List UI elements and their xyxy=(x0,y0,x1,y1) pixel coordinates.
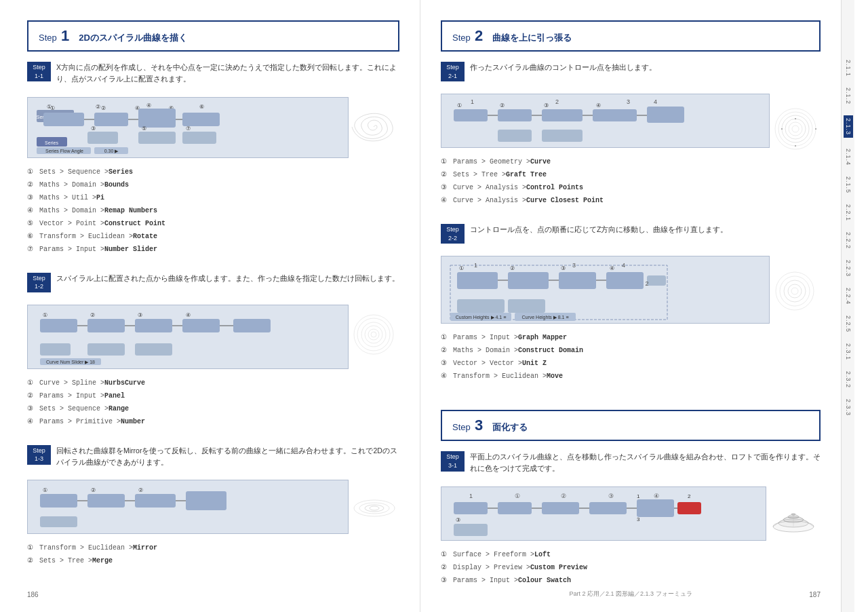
section-1-1-text: X方向に点の配列を作成し、それを中心点を一定に決めたうえで指定した数列で回転しま… xyxy=(56,62,399,85)
sidebar-item-221[interactable]: 2.2.1 xyxy=(845,204,852,221)
badge-2-1: Step2-1 xyxy=(441,62,465,81)
step2-subtitle: 曲線を上に引っ張る xyxy=(492,33,572,43)
step2-header: Step 2 曲線を上に引っ張る xyxy=(441,20,821,52)
section-1-3-text: 回転された曲線群をMirrorを使って反転し、反転する前の曲線と一緒に組み合わせ… xyxy=(56,445,399,468)
svg-text:②: ② xyxy=(561,493,566,499)
svg-rect-14 xyxy=(182,132,216,144)
svg-rect-33 xyxy=(233,319,271,332)
sidebar-item-232[interactable]: 2.3.2 xyxy=(845,371,852,388)
diagram-1-1-svg: Series Flow Attrib Series ① ② ④ ⑥ xyxy=(33,103,342,157)
section-1-1-intro: Step1-1 X方向に点の配列を作成し、それを中心点を一定に決めたうえで指定し… xyxy=(27,62,399,85)
svg-text:Custom Heights ▶ 4.1 ≡: Custom Heights ▶ 4.1 ≡ xyxy=(456,315,506,320)
svg-point-124 xyxy=(791,288,798,294)
section-1-1: Step1-1 X方向に点の配列を作成し、それを中心点を一定に決めたうえで指定し… xyxy=(27,62,399,259)
svg-point-90 xyxy=(785,119,806,139)
sidebar-item-223[interactable]: 2.2.3 xyxy=(845,260,852,277)
svg-rect-125 xyxy=(454,502,488,514)
svg-text:Curve Num Slider ▶ 18: Curve Num Slider ▶ 18 xyxy=(46,360,95,364)
svg-text:③: ③ xyxy=(91,126,96,132)
left-page: Step 1 2Dのスパイラル曲線を描く Step1-1 X方向に点の配列を作成… xyxy=(0,0,420,612)
svg-text:3: 3 xyxy=(627,98,630,105)
sidebar-item-225[interactable]: 2.2.5 xyxy=(845,315,852,332)
right-sidebar: 2.1.1 2.1.2 2.1.3 2.1.4 2.1.5 2.2.1 2.2.… xyxy=(841,0,854,612)
svg-rect-31 xyxy=(135,319,172,332)
svg-text:2: 2 xyxy=(555,98,559,105)
svg-text:4: 4 xyxy=(622,262,625,269)
step1-word: Step xyxy=(39,33,57,43)
svg-text:④: ④ xyxy=(596,102,601,109)
svg-text:④: ④ xyxy=(610,265,614,271)
svg-rect-32 xyxy=(182,319,220,332)
svg-rect-104 xyxy=(508,299,545,313)
sidebar-item-233[interactable]: 2.3.3 xyxy=(845,399,852,416)
svg-text:2: 2 xyxy=(645,280,648,287)
svg-rect-128 xyxy=(589,502,627,514)
sidebar-item-215[interactable]: 2.1.5 xyxy=(845,176,852,193)
step1-header: Step 1 2Dのスパイラル曲線を描く xyxy=(27,20,399,52)
spiral-2-1 xyxy=(770,102,821,156)
svg-text:①: ① xyxy=(47,104,52,110)
svg-point-50 xyxy=(361,322,386,347)
svg-rect-141 xyxy=(454,524,488,536)
svg-text:③: ③ xyxy=(561,265,566,271)
svg-point-47 xyxy=(371,332,376,337)
badge-1-2: Step1-2 xyxy=(27,273,51,292)
svg-rect-71 xyxy=(593,109,637,121)
svg-rect-9 xyxy=(94,113,128,126)
sidebar-item-222[interactable]: 2.2.2 xyxy=(845,232,852,249)
svg-rect-53 xyxy=(40,494,77,508)
svg-text:①: ① xyxy=(43,312,47,318)
svg-text:②: ② xyxy=(500,102,505,109)
svg-point-123 xyxy=(788,284,802,298)
sidebar-item-212[interactable]: 2.1.2 xyxy=(845,88,852,104)
spiral-1-2 xyxy=(349,313,399,357)
sidebar-item-214[interactable]: 2.1.4 xyxy=(845,149,852,166)
svg-rect-10 xyxy=(138,109,176,128)
diagram-1-2-svg: ① ② ③ ④ Curve Num Slider ▶ 18 xyxy=(33,311,342,370)
svg-point-48 xyxy=(368,329,379,340)
svg-text:1: 1 xyxy=(469,493,473,499)
badge-1-3: Step1-3 xyxy=(27,445,51,465)
diagram-3-1-svg: 1 ① ② ③ ④ ③ 1 xyxy=(447,493,760,541)
svg-point-88 xyxy=(778,112,812,146)
item-list-1-1: ①Sets > Sequence > Series ②Maths > Domai… xyxy=(27,162,349,259)
spiral-1-3 xyxy=(349,488,399,529)
svg-point-52 xyxy=(354,315,393,354)
section-1-2: Step1-2 スパイラル上に配置された点から曲線を作成します。また、作った曲線… xyxy=(27,273,399,432)
diagram-2-2: ① ② ③ ④ 1 3 4 Custom Heights ▶ 4.1 ≡ Cur… xyxy=(441,256,770,324)
section-1-3: Step1-3 回転された曲線群をMirrorを使って反転し、反転する前の曲線と… xyxy=(27,445,399,571)
svg-point-96 xyxy=(795,118,796,119)
svg-text:③: ③ xyxy=(608,493,614,499)
svg-rect-99 xyxy=(508,272,549,289)
svg-text:②: ② xyxy=(138,487,143,493)
svg-rect-127 xyxy=(542,502,579,514)
svg-text:①: ① xyxy=(43,487,47,493)
svg-point-65 xyxy=(359,503,389,514)
svg-text:4: 4 xyxy=(654,98,657,105)
svg-point-66 xyxy=(365,505,384,512)
diagram-2-2-svg: ① ② ③ ④ 1 3 4 Custom Heights ▶ 4.1 ≡ Cur… xyxy=(447,262,764,324)
sidebar-item-224[interactable]: 2.2.4 xyxy=(845,288,852,305)
section-1-3-intro: Step1-3 回転された曲線群をMirrorを使って反転し、反転する前の曲線と… xyxy=(27,445,399,468)
step3-num: 3 xyxy=(475,417,483,434)
sidebar-item-213[interactable]: 2.1.3 xyxy=(844,115,853,138)
item-list-1-3: ①Transform > Euclidean > Mirror ②Sets > … xyxy=(27,538,349,571)
svg-rect-11 xyxy=(182,113,220,126)
section-3-1: Step3-1 平面上のスパイラル曲線と、点を移動し作ったスパイラル曲線を組み合… xyxy=(441,451,821,590)
sidebar-item-231[interactable]: 2.3.1 xyxy=(845,343,852,360)
step3-subtitle: 面化する xyxy=(492,422,528,432)
spiral-3-1 xyxy=(766,495,821,546)
page-num-right: 187 xyxy=(809,591,821,598)
svg-text:①: ① xyxy=(457,102,462,109)
item-list-3-1: ①Surface > Freeform > Loft ②Display > Pr… xyxy=(441,545,766,590)
svg-rect-130 xyxy=(677,502,701,514)
section-2-2-intro: Step2-2 コントロール点を、点の順番に応じてZ方向に移動し、曲線を作り直し… xyxy=(441,224,821,244)
svg-rect-103 xyxy=(457,299,505,313)
svg-point-67 xyxy=(370,506,379,510)
svg-text:Curve Heights ▶ 8.1 ≡: Curve Heights ▶ 8.1 ≡ xyxy=(521,315,568,320)
svg-point-49 xyxy=(365,326,382,343)
svg-text:1: 1 xyxy=(637,493,640,499)
sidebar-item-211[interactable]: 2.1.1 xyxy=(845,60,852,77)
svg-rect-29 xyxy=(40,319,77,332)
svg-rect-8 xyxy=(43,113,84,126)
